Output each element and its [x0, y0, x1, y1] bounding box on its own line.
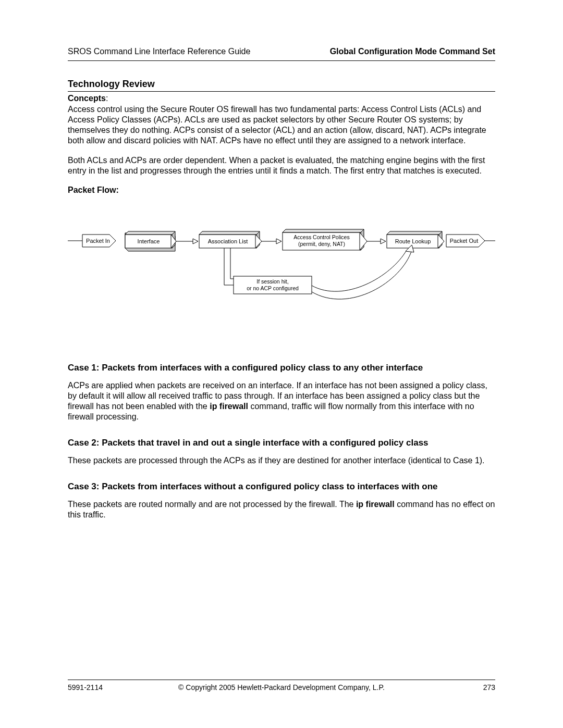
footer-center: © Copyright 2005 Hewlett-Packard Develop… — [68, 683, 495, 692]
case1-heading: Case 1: Packets from interfaces with a c… — [68, 363, 495, 373]
packet-flow-diagram: Packet In Interface Association List — [68, 209, 495, 347]
technology-review-heading: Technology Review — [68, 79, 495, 92]
svg-marker-20 — [381, 239, 386, 244]
header-right: Global Configuration Mode Command Set — [330, 47, 495, 56]
association-list-node: Association List — [199, 231, 262, 248]
svg-marker-14 — [276, 239, 282, 244]
svg-marker-17 — [283, 229, 364, 232]
case3-bold: ip firewall — [356, 500, 395, 509]
case3-body: These packets are routed normally and ar… — [68, 499, 495, 520]
session-label-2: or no ACP configured — [247, 285, 299, 291]
acp-label-2: (permit, deny, NAT) — [298, 241, 345, 247]
svg-marker-23 — [387, 231, 442, 235]
case1-body: ACPs are applied when packets are receiv… — [68, 380, 495, 422]
concepts-paragraph-1: Access control using the Secure Router O… — [68, 104, 495, 146]
case2-heading: Case 2: Packets that travel in and out a… — [68, 438, 495, 448]
concepts-block: Concepts: Access control using the Secur… — [68, 94, 495, 176]
concepts-label: Concepts — [68, 94, 106, 103]
session-hit-node: If session hit, or no ACP configured — [234, 276, 312, 294]
concepts-paragraph-2: Both ACLs and ACPs are order dependent. … — [68, 155, 495, 176]
route-lookup-label: Route Lookup — [395, 238, 431, 244]
route-lookup-node: Route Lookup — [387, 231, 444, 248]
packet-in-node: Packet In — [82, 235, 116, 247]
svg-marker-5 — [125, 231, 175, 235]
packet-out-node: Packet Out — [446, 235, 485, 247]
packet-flow-label: Packet Flow: — [68, 186, 495, 195]
svg-marker-8 — [193, 239, 198, 244]
header-left: SROS Command Line Interface Reference Gu… — [68, 47, 250, 56]
interface-label: Interface — [138, 238, 160, 244]
session-label-1: If session hit, — [256, 278, 288, 285]
page-footer: 5991-2114 © Copyright 2005 Hewlett-Packa… — [68, 680, 495, 692]
document-page: SROS Command Line Interface Reference Gu… — [0, 0, 563, 728]
case1-bold: ip firewall — [210, 402, 248, 411]
page-header: SROS Command Line Interface Reference Gu… — [68, 47, 495, 61]
acp-node: Access Control Polices (permit, deny, NA… — [283, 229, 367, 250]
svg-marker-11 — [199, 231, 260, 235]
packet-in-label: Packet In — [86, 238, 110, 244]
case3-heading: Case 3: Packets from interfaces without … — [68, 482, 495, 492]
acp-label-1: Access Control Polices — [293, 234, 349, 240]
case2-body: These packets are processed through the … — [68, 455, 495, 466]
packet-out-label: Packet Out — [450, 238, 478, 244]
case3-pre: These packets are routed normally and ar… — [68, 500, 356, 509]
association-list-label: Association List — [208, 238, 248, 244]
concepts-colon: : — [106, 94, 108, 103]
interface-node: Interface — [125, 231, 176, 251]
flow-diagram-svg: Packet In Interface Association List — [68, 209, 495, 345]
